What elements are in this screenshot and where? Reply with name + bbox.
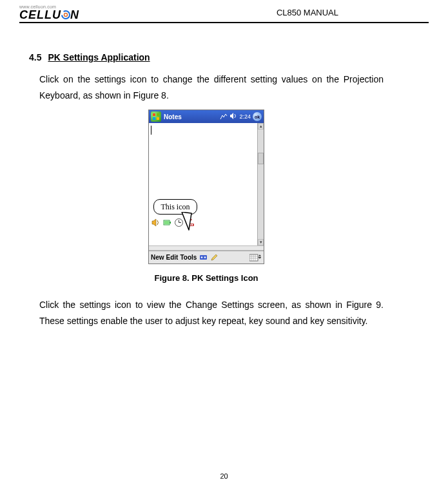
svg-rect-13 xyxy=(188,224,189,225)
tray-settings-icon[interactable] xyxy=(185,217,195,227)
tray-icons xyxy=(150,217,195,227)
tray-battery-icon[interactable] xyxy=(162,217,172,227)
paragraph-1: Click on the settings icon to change the… xyxy=(39,72,384,103)
svg-rect-17 xyxy=(200,255,207,260)
svg-rect-3 xyxy=(157,113,159,116)
section-heading: 4.5PK Settings Application xyxy=(29,52,384,62)
connectivity-icon[interactable] xyxy=(220,113,228,120)
pda-clock: 2:24 xyxy=(239,113,251,120)
pda-titlebar: Notes 2:24 ok xyxy=(149,110,264,123)
callout-text: This icon xyxy=(161,202,190,212)
scrollbar[interactable]: ▴ ▾ xyxy=(257,123,264,245)
svg-point-18 xyxy=(201,256,203,258)
scroll-thumb[interactable] xyxy=(258,153,264,164)
svg-point-1 xyxy=(64,13,68,16)
callout-bubble: This icon xyxy=(153,199,197,215)
tray-speaker-icon[interactable] xyxy=(150,217,161,227)
svg-rect-14 xyxy=(190,224,191,225)
svg-point-0 xyxy=(62,11,70,19)
menu-edit[interactable]: Edit xyxy=(166,254,179,261)
svg-rect-4 xyxy=(153,117,155,120)
svg-point-16 xyxy=(190,218,191,220)
pda-separator xyxy=(149,245,264,251)
menu-tools[interactable]: Tools xyxy=(180,254,197,261)
pda-screenshot: Notes 2:24 ok xyxy=(148,110,264,264)
figure-caption: Figure 8. PK Settings Icon xyxy=(154,273,258,283)
pda-body: ▴ ▾ xyxy=(149,123,264,245)
logo: www.celluon.com CELLU N xyxy=(19,5,79,21)
text-cursor xyxy=(151,126,151,135)
header-title: CL850 MANUAL xyxy=(277,8,429,17)
page-number: 20 xyxy=(0,472,448,480)
ok-button[interactable]: ok xyxy=(253,112,262,121)
logo-text: CELLU N xyxy=(19,9,79,21)
pen-icon[interactable] xyxy=(209,253,219,262)
pda-app-title: Notes xyxy=(164,113,220,120)
sip-keyboard-icon[interactable] xyxy=(249,253,262,262)
swirl-icon xyxy=(61,10,70,19)
svg-rect-20 xyxy=(249,254,258,261)
scroll-down-icon[interactable]: ▾ xyxy=(258,239,264,245)
speaker-icon[interactable] xyxy=(229,112,237,121)
svg-rect-7 xyxy=(170,222,171,224)
pda-menubar: New Edit Tools xyxy=(149,251,264,263)
scroll-up-icon[interactable]: ▴ xyxy=(258,123,264,129)
svg-rect-15 xyxy=(191,224,193,225)
cassette-icon[interactable] xyxy=(199,253,208,262)
svg-rect-5 xyxy=(157,117,159,120)
menu-new[interactable]: New xyxy=(151,254,164,261)
start-icon[interactable] xyxy=(151,111,161,122)
svg-rect-2 xyxy=(153,113,155,116)
svg-rect-8 xyxy=(164,221,169,224)
paragraph-2: Click the settings icon to view the Chan… xyxy=(39,297,384,329)
svg-point-19 xyxy=(204,256,206,258)
tray-clock-icon[interactable] xyxy=(173,217,184,227)
